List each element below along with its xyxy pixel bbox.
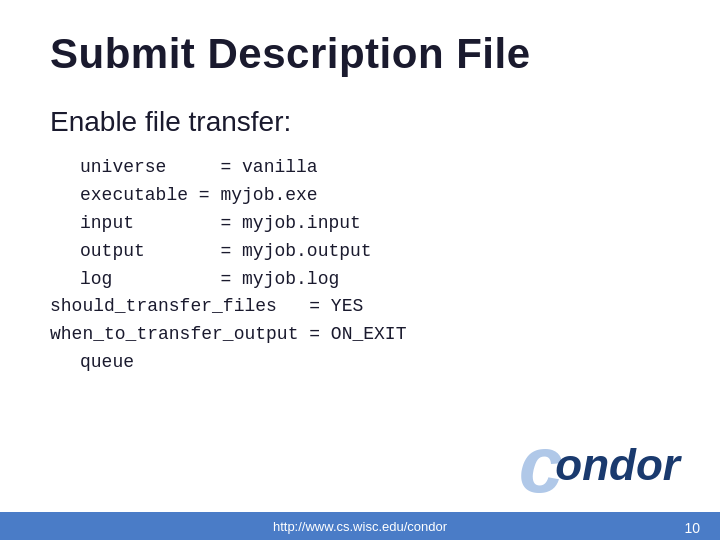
code-line-3: input = myjob.input — [80, 210, 670, 238]
bottom-bar: http://www.cs.wisc.edu/condor 10 — [0, 512, 720, 540]
bottom-url: http://www.cs.wisc.edu/condor — [273, 519, 447, 534]
condor-text: ondor — [555, 440, 680, 490]
code-line-4: output = myjob.output — [80, 238, 670, 266]
code-line-2: executable = myjob.exe — [80, 182, 670, 210]
code-block: universe = vanilla executable = myjob.ex… — [80, 154, 670, 377]
slide: Submit Description File Enable file tran… — [0, 0, 720, 540]
code-line-8: queue — [80, 349, 670, 377]
section-heading: Enable file transfer: — [50, 106, 670, 138]
code-line-1: universe = vanilla — [80, 154, 670, 182]
code-line-5: log = myjob.log — [80, 266, 670, 294]
condor-logo: c ondor — [519, 425, 680, 505]
page-number: 10 — [684, 520, 700, 536]
code-line-6: should_transfer_files = YES — [50, 293, 670, 321]
code-line-7: when_to_transfer_output = ON_EXIT — [50, 321, 670, 349]
slide-title: Submit Description File — [50, 30, 670, 78]
